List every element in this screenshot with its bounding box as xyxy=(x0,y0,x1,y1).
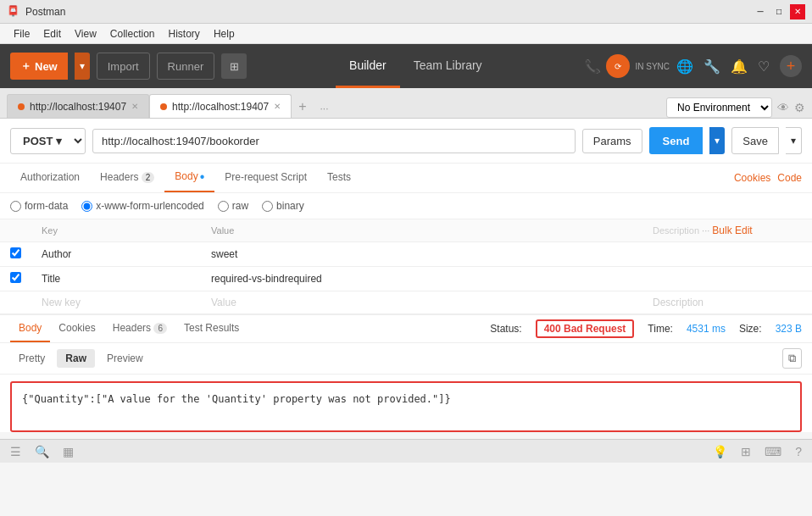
resp-tab-body[interactable]: Body xyxy=(10,315,50,342)
method-select[interactable]: POST ▾ xyxy=(10,128,86,154)
tab-body[interactable]: Body• xyxy=(164,164,214,192)
form-table: Key Value Description ··· Bulk Edit Auth… xyxy=(0,219,812,314)
row1-checkbox[interactable] xyxy=(10,247,21,258)
app-icon: 📮 xyxy=(7,5,20,19)
menu-bar: File Edit View Collection History Help xyxy=(0,24,812,44)
copy-response-button[interactable]: ⧉ xyxy=(782,348,802,369)
runner-button[interactable]: Runner xyxy=(157,53,215,80)
url-input[interactable] xyxy=(92,129,576,153)
maximize-button[interactable]: □ xyxy=(771,4,787,19)
tab-pre-request[interactable]: Pre-request Script xyxy=(214,164,317,191)
new-value-cell: Value xyxy=(201,291,642,314)
import-button[interactable]: Import xyxy=(97,53,150,80)
row2-key: Title xyxy=(31,267,201,291)
save-dropdown-button[interactable]: ▾ xyxy=(786,127,802,154)
code-link[interactable]: Code xyxy=(777,172,802,184)
row2-checkbox-cell[interactable] xyxy=(0,267,31,291)
menu-help[interactable]: Help xyxy=(207,26,242,42)
environment-select[interactable]: No Environment xyxy=(666,97,772,118)
time-value: 4531 ms xyxy=(687,323,726,335)
list-icon[interactable]: ☰ xyxy=(10,445,21,458)
new-desc-cell: Description xyxy=(642,291,812,314)
body-type-row: form-data x-www-form-urlencoded raw bina… xyxy=(0,193,812,219)
grid-icon: ⊞ xyxy=(230,60,239,73)
th-checkbox xyxy=(0,219,31,242)
search-icon[interactable]: 🔍 xyxy=(35,445,49,458)
save-button[interactable]: Save xyxy=(731,127,779,154)
resp-view-preview[interactable]: Preview xyxy=(98,349,152,368)
wrench-icon[interactable]: 🔧 xyxy=(704,58,720,75)
new-key-cell: New key xyxy=(31,291,201,314)
resp-tab-test-results[interactable]: Test Results xyxy=(175,315,247,342)
radio-raw[interactable]: raw xyxy=(218,200,248,212)
add-tab-button[interactable]: + xyxy=(292,96,313,118)
help-icon[interactable]: ? xyxy=(795,445,802,458)
headers-resp-badge: 6 xyxy=(153,323,167,334)
status-bar: ☰ 🔍 ▦ 💡 ⊞ ⌨ ? xyxy=(0,439,812,463)
keyboard-icon[interactable]: ⌨ xyxy=(765,445,781,458)
table-row: Author sweet xyxy=(0,242,812,267)
request-inner-tabs: Authorization Headers 2 Body• Pre-reques… xyxy=(0,164,812,193)
title-bar: 📮 Postman ─ □ ✕ xyxy=(0,0,812,24)
radio-urlencoded[interactable]: x-www-form-urlencoded xyxy=(81,200,203,212)
table-row: Title required-vs-bindrequired xyxy=(0,267,812,291)
resp-tab-headers[interactable]: Headers 6 xyxy=(104,315,175,342)
tab-team-library[interactable]: Team Library xyxy=(400,44,496,88)
menu-edit[interactable]: Edit xyxy=(36,26,68,42)
menu-collection[interactable]: Collection xyxy=(103,26,162,42)
resp-view-raw[interactable]: Raw xyxy=(57,349,95,368)
request-tab-2[interactable]: http://localhost:19407 ✕ xyxy=(149,94,292,118)
phone-icon: 📞 xyxy=(584,58,601,75)
row2-checkbox[interactable] xyxy=(10,272,21,283)
add-account-icon[interactable]: + xyxy=(780,55,802,77)
request-tab-1[interactable]: http://localhost:19407 ✕ xyxy=(7,94,149,118)
tab-close-1[interactable]: ✕ xyxy=(131,102,138,111)
body-dot: • xyxy=(200,169,205,184)
more-tabs-button[interactable]: ··· xyxy=(314,99,336,118)
send-dropdown-button[interactable]: ▾ xyxy=(709,127,725,154)
minimize-button[interactable]: ─ xyxy=(753,4,768,19)
tab-authorization[interactable]: Authorization xyxy=(10,164,90,191)
menu-view[interactable]: View xyxy=(68,26,103,42)
radio-binary[interactable]: binary xyxy=(262,200,304,212)
request-line: POST ▾ Params Send ▾ Save ▾ xyxy=(0,119,812,164)
env-settings-button[interactable]: ⚙ xyxy=(794,101,805,114)
bell-icon[interactable]: 🔔 xyxy=(731,58,748,75)
bulb-icon[interactable]: 💡 xyxy=(713,445,727,458)
sync-icon: ⟳ xyxy=(615,62,621,71)
send-button[interactable]: Send xyxy=(649,127,704,154)
status-label: Status: xyxy=(490,323,521,335)
panel-icon[interactable]: ▦ xyxy=(63,445,74,458)
tab-headers[interactable]: Headers 2 xyxy=(90,164,164,191)
window-controls: ─ □ ✕ xyxy=(753,4,805,19)
size-value: 323 B xyxy=(776,323,802,335)
resp-view-pretty[interactable]: Pretty xyxy=(10,349,53,368)
tab-close-2[interactable]: ✕ xyxy=(274,102,281,111)
tab-tests[interactable]: Tests xyxy=(317,164,361,191)
cookies-link[interactable]: Cookies xyxy=(734,172,770,184)
globe-icon[interactable]: 🌐 xyxy=(676,58,693,75)
menu-history[interactable]: History xyxy=(162,26,207,42)
row2-value: required-vs-bindrequired xyxy=(201,267,642,291)
heart-icon[interactable]: ♡ xyxy=(758,58,770,75)
new-button[interactable]: ＋ New xyxy=(10,53,68,80)
bulk-edit-button[interactable]: Bulk Edit xyxy=(712,225,752,236)
layout-icon[interactable]: ⊞ xyxy=(741,445,751,458)
radio-form-data[interactable]: form-data xyxy=(10,200,68,212)
layout-icon-button[interactable]: ⊞ xyxy=(221,53,247,79)
headers-badge: 2 xyxy=(142,172,155,183)
plus-icon: ＋ xyxy=(20,58,31,74)
tab-url-2: http://localhost:19407 xyxy=(172,101,269,113)
tab-builder[interactable]: Builder xyxy=(336,44,400,88)
row1-checkbox-cell[interactable] xyxy=(0,242,31,267)
resp-tab-cookies[interactable]: Cookies xyxy=(50,315,103,342)
params-button[interactable]: Params xyxy=(582,129,642,153)
th-description: Description ··· Bulk Edit xyxy=(642,219,812,242)
time-label: Time: xyxy=(648,323,673,335)
menu-file[interactable]: File xyxy=(7,26,36,42)
sync-text: IN SYNC xyxy=(635,62,670,71)
toolbar-icons: 🌐 🔧 🔔 ♡ + xyxy=(676,55,802,77)
new-dropdown-button[interactable]: ▾ xyxy=(75,53,90,80)
env-eye-button[interactable]: 👁 xyxy=(777,101,789,114)
close-button[interactable]: ✕ xyxy=(790,4,805,19)
